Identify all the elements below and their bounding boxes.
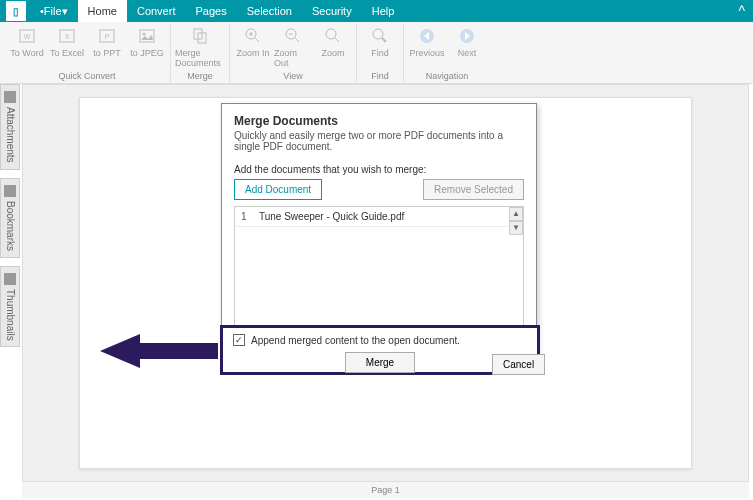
list-scroll: ▲ ▼: [509, 207, 523, 235]
sidetab-bookmarks[interactable]: Bookmarks: [0, 178, 20, 258]
next-label: Next: [458, 48, 477, 58]
next-button[interactable]: Next: [448, 24, 486, 58]
append-checkbox[interactable]: ✓: [233, 334, 245, 346]
thumbnails-icon: [4, 273, 16, 285]
ribbon-group-find: Find Find: [357, 24, 404, 83]
zoom-in-icon: [243, 26, 263, 46]
merge-documents-button[interactable]: Merge Documents: [175, 24, 225, 68]
to-jpeg-label: to JPEG: [130, 48, 164, 58]
merge-button[interactable]: Merge: [345, 352, 415, 373]
ribbon-group-label: View: [283, 70, 302, 83]
menu-convert[interactable]: Convert: [127, 0, 186, 22]
ribbon-group-navigation: Previous Next Navigation: [404, 24, 490, 83]
zoom-label: Zoom: [321, 48, 344, 58]
ribbon-group-label: Quick Convert: [58, 70, 115, 83]
svg-text:X: X: [65, 33, 70, 40]
minimize-caret-icon[interactable]: ^: [738, 3, 745, 19]
to-word-button[interactable]: W To Word: [8, 24, 46, 58]
menu-help[interactable]: Help: [362, 0, 405, 22]
zoom-in-label: Zoom In: [236, 48, 269, 58]
cancel-button[interactable]: Cancel: [492, 354, 545, 375]
previous-icon: [417, 26, 437, 46]
menu-pages[interactable]: Pages: [185, 0, 236, 22]
ribbon: W To Word X To Excel P to PPT to JPEG Qu…: [0, 22, 753, 84]
merge-documents-label: Merge Documents: [175, 48, 225, 68]
ribbon-group-label: Navigation: [426, 70, 469, 83]
svg-point-17: [326, 29, 336, 39]
menu-selection[interactable]: Selection: [237, 0, 302, 22]
excel-icon: X: [57, 26, 77, 46]
previous-label: Previous: [409, 48, 444, 58]
status-bar: Page 1: [22, 482, 749, 498]
svg-line-11: [255, 38, 259, 42]
zoom-button[interactable]: Zoom: [314, 24, 352, 58]
bookmarks-icon: [4, 185, 16, 197]
menu-file[interactable]: • File ▾: [30, 0, 78, 22]
scroll-up-button[interactable]: ▲: [509, 207, 523, 221]
ribbon-group-merge: Merge Documents Merge: [171, 24, 230, 83]
sidetab-thumbnails-label: Thumbnails: [5, 289, 16, 341]
zoom-out-label: Zoom Out: [274, 48, 312, 68]
list-item[interactable]: 1 Tune Sweeper - Quick Guide.pdf: [235, 207, 523, 227]
zoom-out-icon: [283, 26, 303, 46]
zoom-out-button[interactable]: Zoom Out: [274, 24, 312, 68]
to-excel-button[interactable]: X To Excel: [48, 24, 86, 58]
find-icon: [370, 26, 390, 46]
svg-line-18: [335, 38, 339, 42]
svg-point-19: [373, 29, 383, 39]
svg-text:W: W: [24, 33, 31, 40]
sidetab-attachments[interactable]: Attachments: [0, 84, 20, 170]
find-label: Find: [371, 48, 389, 58]
sidetab-bookmarks-label: Bookmarks: [5, 201, 16, 251]
menu-home[interactable]: Home: [78, 0, 127, 22]
menu-file-label: File: [44, 5, 62, 17]
ribbon-group-view: Zoom In Zoom Out Zoom View: [230, 24, 357, 83]
svg-text:P: P: [105, 33, 110, 40]
list-item-name: Tune Sweeper - Quick Guide.pdf: [259, 211, 517, 222]
jpeg-icon: [137, 26, 157, 46]
dialog-subtitle: Quickly and easily merge two or more PDF…: [234, 130, 524, 152]
dialog-add-label: Add the documents that you wish to merge…: [222, 158, 536, 179]
app-icon: ▯: [6, 1, 26, 21]
to-ppt-label: to PPT: [93, 48, 121, 58]
annotation-arrow-icon: [100, 330, 220, 372]
to-excel-label: To Excel: [50, 48, 84, 58]
ribbon-group-label: Find: [371, 70, 389, 83]
previous-button[interactable]: Previous: [408, 24, 446, 58]
merge-icon: [190, 26, 210, 46]
attachments-icon: [4, 91, 16, 103]
to-word-label: To Word: [10, 48, 43, 58]
next-icon: [457, 26, 477, 46]
sidetab-thumbnails[interactable]: Thumbnails: [0, 266, 20, 348]
zoom-in-button[interactable]: Zoom In: [234, 24, 272, 58]
to-ppt-button[interactable]: P to PPT: [88, 24, 126, 58]
side-tabs: Attachments Bookmarks Thumbnails: [0, 84, 20, 347]
merge-documents-dialog: Merge Documents Quickly and easily merge…: [221, 103, 537, 355]
ppt-icon: P: [97, 26, 117, 46]
append-checkbox-label: Append merged content to the open docume…: [251, 335, 460, 346]
ribbon-group-quick-convert: W To Word X To Excel P to PPT to JPEG Qu…: [4, 24, 171, 83]
svg-marker-23: [100, 334, 218, 368]
to-jpeg-button[interactable]: to JPEG: [128, 24, 166, 58]
menu-security[interactable]: Security: [302, 0, 362, 22]
svg-line-15: [295, 38, 299, 42]
svg-line-20: [382, 38, 386, 42]
list-item-index: 1: [241, 211, 259, 222]
word-icon: W: [17, 26, 37, 46]
sidetab-attachments-label: Attachments: [5, 107, 16, 163]
ribbon-group-label: Merge: [187, 70, 213, 83]
titlebar: ▯ • File ▾ Home Convert Pages Selection …: [0, 0, 753, 22]
zoom-icon: [323, 26, 343, 46]
scroll-down-button[interactable]: ▼: [509, 221, 523, 235]
remove-selected-button[interactable]: Remove Selected: [423, 179, 524, 200]
add-document-button[interactable]: Add Document: [234, 179, 322, 200]
svg-point-7: [143, 33, 146, 36]
find-button[interactable]: Find: [361, 24, 399, 58]
document-list: 1 Tune Sweeper - Quick Guide.pdf ▲ ▼: [234, 206, 524, 326]
dialog-title: Merge Documents: [234, 114, 524, 128]
